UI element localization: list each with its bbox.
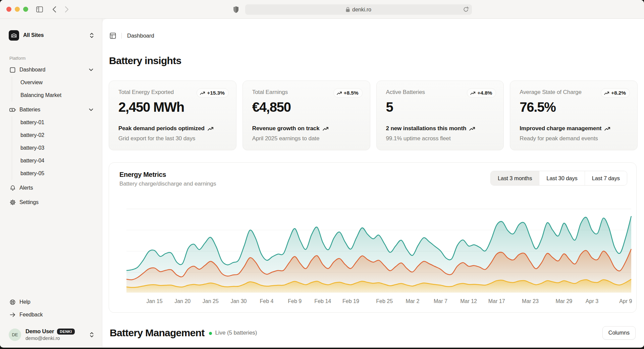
- sidebar-item-help[interactable]: Help: [5, 296, 97, 308]
- zoom-window-button[interactable]: [23, 7, 28, 12]
- user-name: Demo User: [25, 328, 54, 335]
- panels-layout-icon[interactable]: [110, 33, 116, 39]
- card-footline: Improved charge management: [520, 125, 610, 132]
- x-axis-label: Jan 15: [147, 298, 163, 304]
- x-axis-label: Mar 29: [555, 298, 572, 304]
- arrow-right-icon: [9, 312, 16, 318]
- x-axis-label: Jan 25: [203, 298, 219, 304]
- sidebar-item-battery-02[interactable]: battery-02: [13, 129, 97, 142]
- toggle-sidebar-icon[interactable]: [36, 0, 43, 19]
- reload-icon[interactable]: [463, 6, 469, 14]
- card-subline: Grid export for the last 30 days: [118, 135, 195, 142]
- window-controls[interactable]: [6, 7, 28, 12]
- user-menu[interactable]: DE Demo User DENKI demo@denki.ro: [5, 327, 97, 343]
- insight-card-3: Average State of Charge+8.2%76.5%Improve…: [510, 81, 638, 150]
- chevron-down-icon[interactable]: [89, 68, 93, 71]
- minimize-window-button[interactable]: [15, 7, 20, 12]
- sidebar-item-battery-01[interactable]: battery-01: [13, 116, 97, 129]
- card-delta-badge: +8.5%: [333, 88, 363, 98]
- columns-button[interactable]: Columns: [602, 326, 636, 340]
- live-status-text: Live (5 batteries): [215, 330, 257, 336]
- x-axis-label: Mar 12: [460, 298, 477, 304]
- browser-toolbar: denki.ro: [0, 0, 644, 19]
- sidebar-item-dashboard[interactable]: Dashboard: [5, 63, 97, 76]
- sidebar-item-balancing-market[interactable]: Balancing Market: [13, 89, 97, 102]
- lock-icon: [346, 7, 350, 12]
- trending-up-icon: [337, 91, 342, 95]
- energy-chart: Jan 15Jan 20Jan 25Jan 30Feb 4Feb 9Feb 14…: [121, 190, 644, 308]
- trending-up-icon: [604, 91, 609, 95]
- battery-management-header: Battery Management Live (5 batteries) Co…: [110, 326, 636, 340]
- energy-metrics-card: Energy Metrics Battery charge/discharge …: [109, 162, 637, 313]
- range-toggle-last-3-months[interactable]: Last 3 months: [491, 171, 539, 185]
- chevron-down-icon[interactable]: [89, 108, 93, 111]
- x-axis-label: Feb 4: [260, 298, 274, 304]
- insight-card-0: Total Energy Exported+15.3%2,450 MWhPeak…: [109, 81, 236, 150]
- card-value: €4,850: [252, 100, 362, 115]
- x-axis-label: Apr 3: [586, 298, 598, 304]
- x-axis-label: Feb 9: [288, 298, 302, 304]
- user-org-badge: DENKI: [57, 329, 74, 335]
- page-title: Battery insights: [109, 55, 644, 66]
- x-axis-label: Feb 19: [342, 298, 359, 304]
- org-name: All Sites: [23, 32, 90, 38]
- x-axis-label: Feb 25: [376, 298, 393, 304]
- chevrons-up-down-icon: [90, 33, 94, 38]
- card-footline: Peak demand periods optimized: [118, 125, 213, 132]
- chevrons-up-down-icon: [90, 332, 94, 338]
- close-window-button[interactable]: [6, 7, 11, 12]
- energy-metrics-subtitle: Battery charge/discharge and earnings: [119, 181, 216, 187]
- card-delta-badge: +15.3%: [197, 88, 228, 98]
- x-axis-label: Mar 7: [434, 298, 447, 304]
- card-value: 5: [386, 100, 496, 115]
- trending-up-icon: [323, 127, 328, 131]
- sidebar-item-overview[interactable]: Overview: [13, 76, 97, 89]
- address-bar[interactable]: denki.ro: [245, 4, 472, 15]
- user-email: demo@denki.ro: [25, 336, 90, 341]
- bell-icon: [9, 185, 16, 191]
- card-value: 76.5%: [520, 100, 629, 115]
- forward-button[interactable]: [65, 0, 69, 19]
- card-subline: Ready for peak demand events: [520, 135, 598, 142]
- url-text: denki.ro: [352, 7, 371, 13]
- sidebar-item-battery-05[interactable]: battery-05: [13, 167, 97, 180]
- sidebar-item-alerts[interactable]: Alerts: [5, 182, 97, 194]
- main-content: Dashboard Battery insights Total Energy …: [102, 19, 644, 347]
- card-subline: 99.1% uptime across fleet: [386, 135, 451, 142]
- trending-up-icon: [208, 127, 213, 131]
- sidebar-item-batteries[interactable]: Batteries: [5, 103, 97, 116]
- insight-card-1: Total Earnings+8.5%€4,850Revenue growth …: [243, 81, 370, 150]
- card-delta-badge: +4.8%: [467, 88, 496, 98]
- breadcrumb-current: Dashboard: [127, 33, 154, 39]
- sidebar-item-battery-04[interactable]: battery-04: [13, 154, 97, 167]
- privacy-shield-icon[interactable]: [233, 0, 239, 19]
- back-button[interactable]: [52, 0, 56, 19]
- range-toggle-last-30-days[interactable]: Last 30 days: [539, 171, 584, 185]
- dashboard-sublist: Overview Balancing Market: [12, 76, 97, 102]
- trending-up-icon: [470, 91, 475, 95]
- card-value: 2,450 MWh: [118, 100, 228, 115]
- sidebar: All Sites Platform Dashboard Ove: [0, 19, 102, 347]
- sidebar-item-feedback[interactable]: Feedback: [5, 308, 97, 321]
- x-axis-label: Mar 23: [522, 298, 539, 304]
- x-axis-label: Apr 9: [619, 298, 632, 304]
- sidebar-item-battery-03[interactable]: battery-03: [13, 142, 97, 154]
- trending-up-icon: [604, 127, 610, 131]
- breadcrumb-separator: [121, 33, 122, 39]
- org-logo-icon: [9, 30, 19, 41]
- sidebar-item-settings[interactable]: Settings: [5, 196, 97, 209]
- x-axis-label: Feb 14: [314, 298, 331, 304]
- x-axis-label: Jan 30: [230, 298, 247, 304]
- breadcrumb: Dashboard: [110, 30, 644, 42]
- battery-management-title: Battery Management: [110, 327, 204, 339]
- live-status-dot: [209, 332, 212, 335]
- card-delta-badge: +8.2%: [601, 88, 630, 98]
- insight-card-2: Active Batteries+4.8%52 new installation…: [376, 81, 504, 150]
- x-axis-label: Jan 20: [174, 298, 191, 304]
- sidebar-section-label: Platform: [9, 56, 97, 61]
- org-switcher[interactable]: All Sites: [5, 29, 97, 42]
- x-axis-label: Mar 17: [488, 298, 505, 304]
- trending-up-icon: [469, 127, 475, 131]
- range-toggle-last-7-days[interactable]: Last 7 days: [585, 171, 627, 185]
- card-footline: 2 new installations this month: [386, 125, 475, 132]
